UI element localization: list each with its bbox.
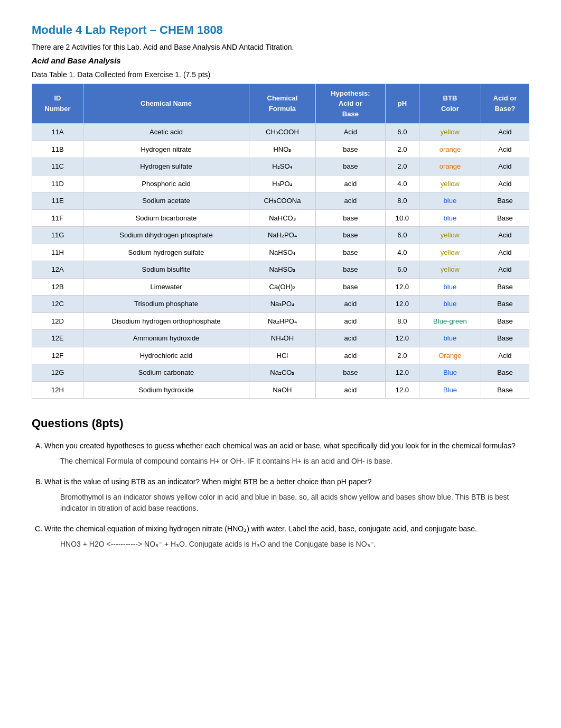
table-cell: CH₃COONa (249, 192, 315, 210)
table-cell: 6.0 (385, 124, 419, 141)
table-cell: base (315, 364, 385, 382)
table-cell: 12.0 (385, 381, 419, 399)
table-cell: orange (419, 141, 481, 158)
table-cell: base (315, 278, 385, 296)
table-cell: Limewater (83, 278, 249, 296)
table-cell: Acid (481, 175, 529, 192)
table-cell: yellow (419, 261, 481, 279)
table-cell: Acid (481, 141, 529, 158)
question-label: When you created hypotheses to guess whe… (44, 440, 529, 451)
table-cell: 12C (32, 296, 83, 313)
table-cell: 6.0 (385, 227, 419, 244)
table-cell: acid (315, 192, 385, 210)
col-header-name: Chemical Name (83, 84, 249, 124)
table-cell: yellow (419, 175, 481, 192)
table-cell: Sodium bicarbonate (83, 209, 249, 227)
table-cell: Blue-green (419, 312, 481, 330)
col-header-ph: pH (385, 84, 419, 124)
table-cell: Phosphoric acid (83, 175, 249, 192)
table-cell: Ammonium hydroxide (83, 330, 249, 347)
table-cell: 11F (32, 209, 83, 227)
table-cell: Sodium hydrogen sulfate (83, 244, 249, 261)
table-cell: Blue (419, 381, 481, 399)
questions-list: When you created hypotheses to guess whe… (32, 440, 529, 550)
table-cell: Acid (481, 244, 529, 261)
table-row: 12FHydrochloric acidHClacid2.0OrangeAcid (32, 347, 529, 364)
table-cell: blue (419, 330, 481, 347)
data-table: IDNumber Chemical Name ChemicalFormula H… (32, 84, 529, 399)
table-cell: orange (419, 158, 481, 176)
table-row: 11GSodium dihydrogen phosphateNaH₂PO₄bas… (32, 227, 529, 244)
table-cell: NH₄OH (249, 330, 315, 347)
table-cell: Base (481, 209, 529, 227)
table-cell: Na₃PO₄ (249, 296, 315, 313)
table-row: 12GSodium carbonateNa₂CO₃base12.0BlueBas… (32, 364, 529, 382)
table-cell: blue (419, 192, 481, 210)
table-cell: 12F (32, 347, 83, 364)
table-cell: 8.0 (385, 312, 419, 330)
table-cell: 12H (32, 381, 83, 399)
table-cell: Hydrogen nitrate (83, 141, 249, 158)
table-cell: Acid (481, 124, 529, 141)
table-cell: H₃PO₄ (249, 175, 315, 192)
question-item: What is the value of using BTB as an ind… (44, 476, 529, 514)
table-cell: 2.0 (385, 347, 419, 364)
table-cell: Base (481, 278, 529, 296)
table-cell: HCl (249, 347, 315, 364)
table-cell: acid (315, 347, 385, 364)
table-cell: H₂SO₄ (249, 158, 315, 176)
table-cell: Sodium hydroxide (83, 381, 249, 399)
table-cell: Base (481, 192, 529, 210)
table-cell: Sodium acetate (83, 192, 249, 210)
table-cell: NaHCO₃ (249, 209, 315, 227)
table-cell: base (315, 244, 385, 261)
table-cell: acid (315, 381, 385, 399)
col-header-acidbase: Acid orBase? (481, 84, 529, 124)
table-row: 11HSodium hydrogen sulfateNaHSO₄base4.0y… (32, 244, 529, 261)
table-row: 11AAcetic acidCH₃COOHAcid6.0yellowAcid (32, 124, 529, 141)
question-label: Write the chemical equation of mixing hy… (44, 523, 529, 535)
table-cell: 12.0 (385, 278, 419, 296)
table-cell: blue (419, 209, 481, 227)
question-item: Write the chemical equation of mixing hy… (44, 523, 529, 550)
table-cell: 12E (32, 330, 83, 347)
table-cell: Base (481, 296, 529, 313)
table-cell: Orange (419, 347, 481, 364)
table-cell: acid (315, 330, 385, 347)
table-cell: Base (481, 381, 529, 399)
table-cell: 12B (32, 278, 83, 296)
table-cell: 12A (32, 261, 83, 279)
table-caption: Data Table 1. Data Collected from Exerci… (32, 69, 529, 80)
table-cell: 8.0 (385, 192, 419, 210)
table-row: 12CTrisodium phosphateNa₃PO₄acid12.0blue… (32, 296, 529, 313)
table-row: 11ESodium acetateCH₃COONaacid8.0blueBase (32, 192, 529, 210)
table-cell: acid (315, 296, 385, 313)
table-cell: Ca(OH)₂ (249, 278, 315, 296)
table-cell: Acid (481, 347, 529, 364)
table-cell: 2.0 (385, 141, 419, 158)
table-cell: blue (419, 296, 481, 313)
table-row: 12HSodium hydroxideNaOHacid12.0BlueBase (32, 381, 529, 399)
table-cell: Blue (419, 364, 481, 382)
table-cell: base (315, 227, 385, 244)
table-cell: 12G (32, 364, 83, 382)
subtitle-text: There are 2 Activities for this Lab. Aci… (32, 42, 529, 53)
question-answer: The chemical Formula of compound contain… (60, 456, 529, 467)
table-cell: Base (481, 330, 529, 347)
table-cell: Hydrochloric acid (83, 347, 249, 364)
table-cell: Acid (481, 158, 529, 176)
col-header-id: IDNumber (32, 84, 83, 124)
table-cell: 11C (32, 158, 83, 176)
table-cell: 11B (32, 141, 83, 158)
table-cell: Acetic acid (83, 124, 249, 141)
table-cell: Hydrogen sulfate (83, 158, 249, 176)
table-cell: NaH₂PO₄ (249, 227, 315, 244)
table-cell: Acid (481, 261, 529, 279)
table-cell: 2.0 (385, 158, 419, 176)
table-row: 11CHydrogen sulfateH₂SO₄base2.0orangeAci… (32, 158, 529, 176)
table-cell: 11G (32, 227, 83, 244)
table-cell: Base (481, 312, 529, 330)
table-cell: blue (419, 278, 481, 296)
table-row: 12EAmmonium hydroxideNH₄OHacid12.0blueBa… (32, 330, 529, 347)
table-cell: base (315, 158, 385, 176)
